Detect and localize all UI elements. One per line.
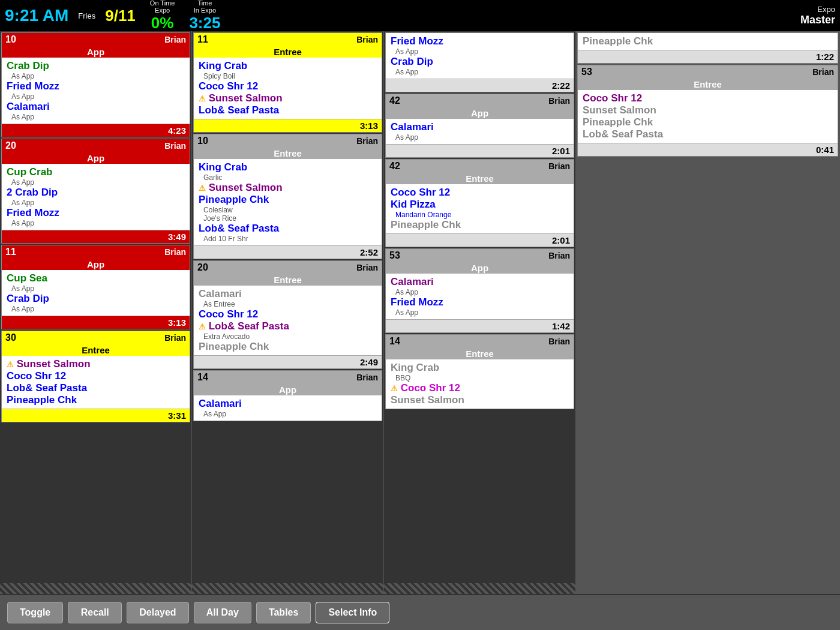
item-mod: Extra Avocado: [199, 332, 377, 341]
tables-button[interactable]: Tables: [256, 602, 311, 623]
ticket-num: 20: [197, 262, 208, 273]
column-3: Fried MozzAs AppCrab DipAs App2:22 42 Br…: [384, 31, 576, 594]
ticket-header: 10 Brian: [194, 134, 382, 148]
item-name: Lob& Seaf Pasta: [199, 223, 377, 235]
ticket-t20-app[interactable]: 20 Brian AppCup CrabAs App2 Crab DipAs A…: [1, 139, 190, 244]
item-mod: As App: [199, 410, 377, 418]
ticket-c3-t42-app[interactable]: 42 Brian AppCalamariAs App2:01: [385, 94, 574, 158]
ticket-body: Cup CrabAs App2 Crab DipAs AppFried Mozz…: [2, 164, 190, 230]
item-name: Calamari: [391, 121, 569, 133]
ticket-server: Brian: [548, 161, 570, 171]
ticket-t11-app[interactable]: 11 Brian AppCup SeaAs AppCrab DipAs App3…: [1, 245, 190, 329]
item-name: Fried Mozz: [391, 296, 569, 308]
ticket-header: 11 Brian: [2, 245, 190, 259]
ticket-type: Entree: [386, 173, 574, 184]
ticket-server: Brian: [356, 136, 378, 146]
column-4: Pineapple Chk1:22 53 Brian EntreeCoco Sh…: [576, 31, 840, 594]
ticket-server: Brian: [356, 373, 378, 382]
ticket-header: 20 Brian: [2, 139, 190, 152]
ticket-c3-t14-entree[interactable]: 14 Brian EntreeKing CrabBBQ⚠ Coco Shr 12…: [385, 334, 574, 409]
ticket-timer: 4:23: [2, 124, 190, 137]
ticket-body: King CrabSpicy BoilCoco Shr 12⚠ Sunset S…: [194, 58, 382, 119]
ticket-t30-entree[interactable]: 30 Brian Entree⚠ Sunset SalmonCoco Shr 1…: [1, 331, 190, 422]
ticket-num: 11: [197, 34, 208, 45]
item-name: Coco Shr 12: [7, 370, 185, 382]
delayed-button[interactable]: Delayed: [127, 602, 188, 623]
ticket-type: App: [2, 46, 190, 58]
ticket-type: Entree: [578, 79, 838, 90]
timeinexpo-group: TimeIn Expo 3:25: [189, 0, 220, 32]
item-mod: As App: [7, 305, 185, 313]
item-mod: As App: [391, 288, 569, 296]
item-mod: As App: [391, 68, 569, 76]
item-name: Cup Crab: [7, 166, 185, 178]
ticket-t10-entree[interactable]: 10 Brian EntreeKing CrabGarlic⚠ Sunset S…: [193, 134, 382, 259]
ticket-num: 14: [389, 336, 400, 347]
ticket-type: Entree: [194, 148, 382, 159]
ticket-t14-app[interactable]: 14 Brian AppCalamariAs App: [193, 370, 382, 421]
ticket-c4-t53[interactable]: 53 Brian EntreeCoco Shr 12Sunset SalmonP…: [577, 65, 838, 157]
ticket-server: Brian: [164, 141, 186, 151]
item-mod: As App: [391, 133, 569, 142]
ontime-label: On TimeExpo: [150, 0, 175, 14]
item-name: ⚠ Lob& Seaf Pasta: [199, 320, 377, 332]
item-mod: As App: [391, 47, 569, 56]
toggle-button[interactable]: Toggle: [7, 602, 63, 623]
ticket-type: Entree: [194, 46, 382, 58]
ticket-t11-entree[interactable]: 11 Brian EntreeKing CrabSpicy BoilCoco S…: [193, 32, 382, 133]
ticket-t20-entree[interactable]: 20 Brian EntreeCalamariAs EntreeCoco Shr…: [193, 260, 382, 369]
fries-value: 9/11: [105, 7, 136, 25]
allday-button[interactable]: All Day: [194, 602, 251, 623]
ticket-body: CalamariAs AppFried MozzAs App: [386, 274, 574, 319]
ticket-server: Brian: [164, 333, 186, 343]
ticket-server: Brian: [548, 251, 570, 260]
ticket-body: Fried MozzAs AppCrab DipAs App: [386, 33, 574, 79]
ticket-t10-app[interactable]: 10 Brian AppCrab DipAs AppFried MozzAs A…: [1, 32, 190, 137]
item-name: Pineapple Chk: [391, 219, 569, 231]
ticket-num: 14: [197, 372, 208, 383]
ticket-num: 30: [5, 332, 16, 343]
ticket-header: 42 Brian: [386, 94, 574, 107]
fries-label: Fries: [78, 11, 95, 20]
ticket-timer: 1:22: [578, 50, 838, 63]
item-mod: As App: [7, 92, 185, 101]
ticket-timer: 3:13: [2, 316, 190, 329]
ticket-c3-t42-entree[interactable]: 42 Brian EntreeCoco Shr 12Kid PizzaManda…: [385, 159, 574, 247]
item-name: Sunset Salmon: [583, 104, 833, 116]
item-name: Calamari: [391, 276, 569, 288]
selectinfo-button[interactable]: Select Info: [316, 602, 389, 623]
item-mod: As App: [7, 199, 185, 207]
recall-button[interactable]: Recall: [68, 602, 122, 623]
ticket-body: King CrabGarlic⚠ Sunset SalmonPineapple …: [194, 159, 382, 245]
item-name: Pineapple Chk: [583, 35, 833, 47]
ticket-timer: 2:49: [194, 355, 382, 368]
item-name: Pineapple Chk: [199, 194, 377, 206]
item-name: Coco Shr 12: [583, 92, 833, 104]
warn-icon: ⚠: [199, 184, 206, 193]
ticket-body: CalamariAs App: [386, 119, 574, 144]
item-mod: Garlic: [199, 173, 377, 182]
item-mod: BBQ: [391, 374, 569, 382]
item-mod: As App: [7, 178, 185, 187]
ticket-header: 30 Brian: [2, 331, 190, 344]
warn-icon: ⚠: [199, 94, 206, 103]
ticket-body: Cup SeaAs AppCrab DipAs App: [2, 270, 190, 316]
ticket-timer: 0:41: [578, 143, 838, 156]
ticket-server: Brian: [356, 35, 378, 44]
ticket-body: Crab DipAs AppFried MozzAs AppCalamariAs…: [2, 58, 190, 124]
ticket-server: Brian: [548, 337, 570, 346]
item-name: Cup Sea: [7, 272, 185, 284]
toolbar: Toggle Recall Delayed All Day Tables Sel…: [0, 594, 840, 630]
ticket-num: 10: [5, 34, 16, 45]
expo-master: Expo Master: [800, 5, 835, 26]
ticket-c3-t53-app[interactable]: 53 Brian AppCalamariAs AppFried MozzAs A…: [385, 248, 574, 333]
ticket-c4-t1[interactable]: Pineapple Chk1:22: [577, 32, 838, 64]
ticket-num: 42: [389, 95, 400, 106]
ticket-timer: 1:42: [386, 319, 574, 332]
item-name: Pineapple Chk: [199, 341, 377, 353]
ticket-header: 53 Brian: [386, 249, 574, 262]
ticket-c3-t1[interactable]: Fried MozzAs AppCrab DipAs App2:22: [385, 32, 574, 92]
warn-icon: ⚠: [199, 322, 206, 331]
ticket-type: App: [386, 107, 574, 119]
col2-tickets: 11 Brian EntreeKing CrabSpicy BoilCoco S…: [192, 31, 383, 583]
